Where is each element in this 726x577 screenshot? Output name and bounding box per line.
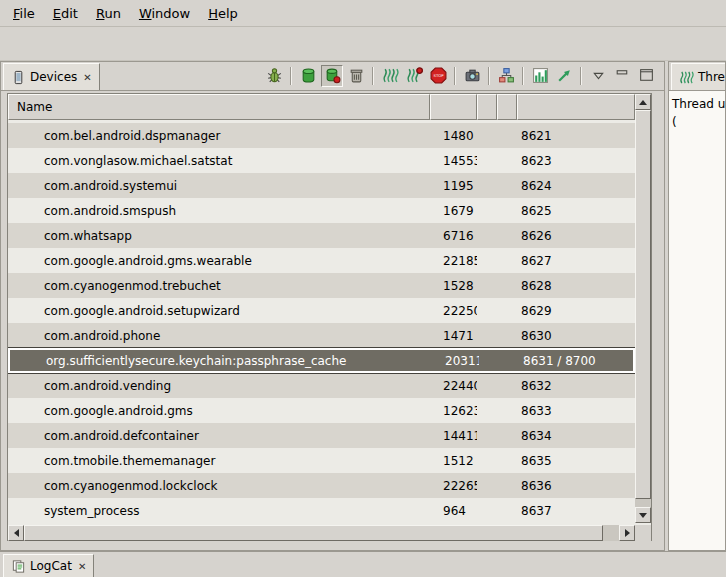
menu-file[interactable]: File [4,2,44,25]
dump-view-hierarchy-icon[interactable] [495,65,517,87]
device-row[interactable]: com.android.defcontainer144118634 [8,423,635,448]
stop-process-glyph: STOP [430,67,447,84]
column-header-name[interactable]: Name [8,94,430,120]
menu-edit[interactable]: Edit [44,2,87,25]
port-cell: 8628 [517,279,635,293]
device-row[interactable]: com.whatsapp67168626 [8,223,635,248]
tab-devices[interactable]: Devices ✕ [3,63,100,90]
pid-cell: 22440 [430,379,477,393]
pid-cell: 1471 [430,329,477,343]
update-heap-icon[interactable] [297,65,319,87]
process-name-cell: com.android.defcontainer [8,429,430,443]
device-row[interactable]: com.cyanogenmod.lockclock222658636 [8,473,635,498]
pid-cell: 22250 [430,304,477,318]
systrace-icon[interactable] [529,65,551,87]
process-name-cell: com.android.smspush [8,204,430,218]
device-icon [11,70,26,85]
pid-cell: 1679 [430,204,477,218]
threads-panel: Threads Thread up ( [668,61,726,551]
tab-threads-label: Threads [698,70,726,84]
minimize-glyph [614,67,631,84]
device-row[interactable]: com.bel.android.dspmanager14808621 [8,123,635,148]
screen-capture-glyph [464,67,481,84]
vertical-scroll-thumb[interactable] [635,110,651,499]
device-row[interactable]: com.cyanogenmod.trebuchet15288628 [8,273,635,298]
port-cell: 8626 [517,229,635,243]
scroll-left-button[interactable] [8,525,24,541]
scroll-right-button[interactable] [619,525,635,541]
port-cell: 8631 / 8700 [519,354,633,368]
process-name-cell: com.whatsapp [8,229,430,243]
menu-run[interactable]: Run [87,2,130,25]
device-row[interactable]: org.sufficientlysecure.keychain:passphra… [8,348,635,373]
tab-devices-label: Devices [30,70,77,84]
device-row[interactable]: com.android.smspush16798625 [8,198,635,223]
toolbar-separator [580,67,582,85]
menu-bar: File Edit Run Window Help [0,0,726,27]
device-row[interactable]: com.google.android.setupwizard222508629 [8,298,635,323]
maximize-icon[interactable] [635,65,657,87]
vertical-scrollbar[interactable] [635,94,651,523]
device-row[interactable]: com.google.android.gms.wearable221858627 [8,248,635,273]
menu-help[interactable]: Help [199,2,247,25]
device-row[interactable]: com.google.android.gms126238633 [8,398,635,423]
column-header-empty [497,94,517,120]
minimize-icon[interactable] [611,65,633,87]
process-name-cell: com.google.android.setupwizard [8,304,430,318]
devices-panel: Devices ✕ [0,61,665,551]
logcat-icon [11,559,26,574]
vertical-scroll-track[interactable] [635,110,651,507]
device-row[interactable]: system_process9648637 [8,498,635,523]
scroll-up-button[interactable] [635,94,651,110]
process-name-cell: com.tmobile.thememanager [8,454,430,468]
start-method-profiling-icon[interactable] [403,65,425,87]
arrow-up-icon [639,100,647,105]
update-threads-icon[interactable] [379,65,401,87]
dump-hprof-glyph [324,67,341,84]
column-header-pid[interactable] [430,94,477,120]
tab-devices-close-icon[interactable]: ✕ [81,72,91,83]
tab-logcat-label: LogCat [30,559,72,573]
opengl-trace-glyph [556,67,573,84]
port-cell: 8636 [517,479,635,493]
pid-cell: 6716 [430,229,477,243]
process-name-cell: com.google.android.gms.wearable [8,254,430,268]
table-header: Name [8,94,635,120]
pid-cell: 1528 [430,279,477,293]
column-header-port[interactable] [517,94,635,120]
opengl-trace-icon[interactable] [553,65,575,87]
horizontal-scrollbar[interactable] [8,525,635,541]
view-menu-icon[interactable] [587,65,609,87]
threads-message-line: ( [672,113,723,131]
toolbar-separator [522,67,524,85]
port-cell: 8627 [517,254,635,268]
device-row[interactable]: com.vonglasow.michael.satstat145538623 [8,148,635,173]
horizontal-scroll-thumb[interactable] [24,525,603,541]
device-row[interactable]: com.tmobile.thememanager15128635 [8,448,635,473]
debug-process-icon[interactable] [263,65,285,87]
arrow-right-icon [625,529,630,537]
device-row[interactable]: com.android.systemui11958624 [8,173,635,198]
dump-hprof-icon[interactable] [321,65,343,87]
stop-process-icon[interactable]: STOP [427,65,449,87]
screen-capture-icon[interactable] [461,65,483,87]
main-area: Devices ✕ [0,61,726,551]
device-row[interactable]: com.android.phone14718630 [8,323,635,348]
scroll-down-button[interactable] [635,507,651,523]
toolbar-separator [454,67,456,85]
threads-message: Thread up ( [669,91,725,550]
tab-logcat-close-icon[interactable]: ✕ [76,561,86,572]
device-row[interactable]: com.android.vending224408632 [8,373,635,398]
cause-gc-icon[interactable] [345,65,367,87]
tab-logcat[interactable]: LogCat ✕ [3,554,94,577]
process-name-cell: com.android.systemui [8,179,430,193]
toolbar-separator [290,67,292,85]
horizontal-scroll-track[interactable] [24,525,619,541]
debug-process-glyph [266,67,283,84]
pid-cell: 22185 [430,254,477,268]
menu-window[interactable]: Window [130,2,199,25]
threads-tabstrip: Threads [669,62,725,91]
tab-threads[interactable]: Threads [671,63,726,90]
arrow-down-icon [639,513,647,518]
bottom-view-bar: LogCat ✕ [0,551,726,577]
